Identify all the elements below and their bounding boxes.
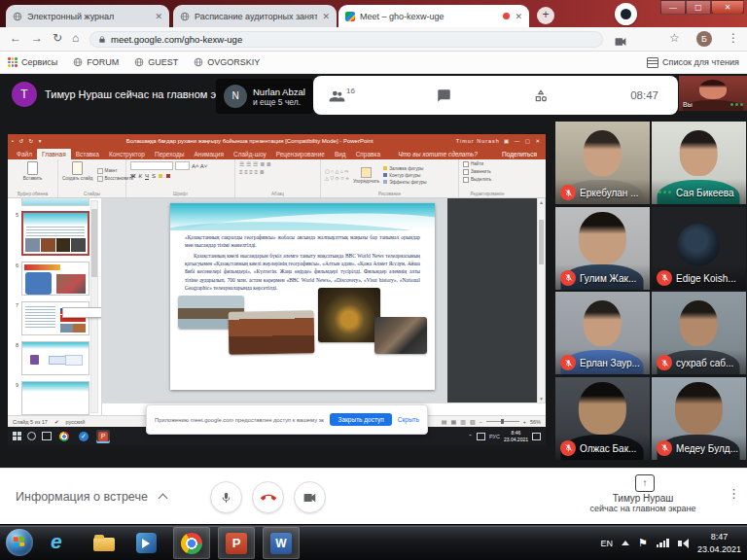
- home-icon[interactable]: ⌂: [72, 31, 79, 45]
- new-slide-icon: [72, 161, 83, 175]
- globe-icon: [73, 57, 83, 67]
- reading-list-label: Список для чтения: [662, 57, 739, 67]
- shared-tray-icon: [477, 433, 485, 440]
- hangup-icon: [261, 490, 276, 506]
- maximize-button[interactable]: ▢: [686, 0, 711, 15]
- new-slide-label: Создать слайд: [62, 176, 93, 181]
- tab-meet-active[interactable]: Meet – gho-kexw-uge ✕: [338, 5, 529, 27]
- shared-notification-icon: [532, 433, 541, 440]
- slide-thumbnail: [21, 262, 89, 296]
- bookmark-star-icon[interactable]: ☆: [669, 31, 680, 45]
- tab-close-icon[interactable]: ✕: [322, 12, 330, 21]
- bookmark-guest[interactable]: GUEST: [134, 57, 178, 67]
- participant-tile[interactable]: Медеу Булд...: [652, 377, 746, 460]
- participant-tile[interactable]: Ерлан Заур...: [555, 292, 650, 374]
- shared-screen-presentation: ▪ ↺ ↻ ▾ Болашаққа бағдар рухани жаңғыру …: [8, 134, 546, 445]
- slide-wave-decoration: [170, 203, 435, 230]
- media-player-icon[interactable]: [136, 533, 157, 553]
- speaking-indicator-icon: [658, 191, 671, 193]
- shared-language-label: РУС: [489, 434, 500, 439]
- participant-tile[interactable]: сухраб саб...: [652, 292, 746, 374]
- recorder-widget-icon[interactable]: [615, 3, 637, 25]
- ppt-group-slides: Создать слайд Макет Восстановить Слайды: [58, 159, 126, 197]
- view-slideshow-icon: ▧: [470, 418, 476, 425]
- mic-button[interactable]: [210, 481, 242, 513]
- slide-thumb-row: 8: [12, 341, 89, 375]
- volume-icon[interactable]: [678, 539, 689, 548]
- minimize-button[interactable]: —: [660, 0, 686, 15]
- ppt-tab-file: Файл: [12, 149, 37, 159]
- participant-tile[interactable]: Сая Бикеева: [652, 122, 746, 204]
- slide-number: 5: [12, 212, 18, 218]
- bookmark-ovgorskiy[interactable]: OVGORSKIY: [194, 57, 260, 67]
- activities-button[interactable]: [533, 88, 549, 103]
- tab-ejournal[interactable]: Электронный журнал ✕: [6, 5, 169, 27]
- meet-bottom-bar: Информация о встрече ↑ Тимур Нураш сейча…: [0, 468, 747, 524]
- self-view-tile[interactable]: Вы: [679, 76, 747, 111]
- camera-button[interactable]: [294, 481, 326, 513]
- url-text: meet.google.com/gho-kexw-uge: [111, 34, 242, 45]
- zoom-percent: 56%: [530, 419, 541, 425]
- bookmark-forum[interactable]: FORUM: [73, 57, 119, 67]
- more-options-icon[interactable]: ⋮: [728, 486, 740, 501]
- font-color-icon: [166, 174, 170, 178]
- file-explorer-icon[interactable]: [93, 538, 115, 551]
- slide-number: 6: [12, 262, 18, 268]
- font-name-box: [130, 161, 173, 170]
- shape-outline-label: Контур фигуры: [389, 173, 420, 178]
- tab-schedule[interactable]: Расписание аудиторных заняти ✕: [173, 5, 337, 27]
- tab-close-icon[interactable]: ✕: [155, 12, 162, 21]
- language-indicator[interactable]: EN: [601, 539, 614, 548]
- highlight-color-icon: [159, 174, 162, 178]
- new-tab-button[interactable]: +: [537, 7, 554, 24]
- mic-off-badge: [560, 270, 576, 286]
- participant-tile[interactable]: Олжас Бак...: [555, 377, 650, 460]
- action-center-flag-icon[interactable]: ⚑: [638, 537, 648, 549]
- taskbar-clock[interactable]: 8:47 23.04.2021: [697, 531, 741, 554]
- profile-avatar[interactable]: Б: [696, 31, 712, 47]
- browser-menu-icon[interactable]: ⋮: [728, 31, 739, 45]
- taskbar-chrome-button[interactable]: [173, 527, 210, 559]
- camera-in-use-icon[interactable]: [615, 33, 627, 51]
- close-button[interactable]: ✕: [711, 0, 744, 15]
- participant-video: [677, 224, 720, 266]
- bookmark-services[interactable]: Сервисы: [8, 57, 57, 67]
- participants-button[interactable]: 16: [329, 88, 355, 103]
- ppt-group-clipboard: Вставить Буфер обмена: [8, 159, 58, 197]
- slide-thumbnail: [21, 381, 89, 415]
- participant-name: сухраб саб...: [676, 358, 733, 368]
- network-icon[interactable]: [657, 539, 669, 547]
- meet-stage: T Тимур Нураш сейчас на главном экране N…: [0, 74, 747, 468]
- mic-off-badge: [560, 355, 576, 370]
- address-bar[interactable]: meet.google.com/gho-kexw-uge: [89, 31, 603, 48]
- taskbar-word-button[interactable]: W: [263, 527, 300, 559]
- chat-button[interactable]: [437, 88, 451, 103]
- forward-icon[interactable]: →: [31, 31, 43, 45]
- tab-close-icon[interactable]: ✕: [515, 12, 522, 21]
- participant-name: Edige Koish...: [676, 273, 736, 284]
- slide-paragraph: Қазақстанның киелі нысандарын бүкіл әлем…: [185, 252, 420, 292]
- spellcheck-icon: ✔: [54, 419, 59, 425]
- italic-button: К: [138, 173, 142, 179]
- shapes-gallery: ▢ ○ △ ⌂ ⇨ △ ▽ ◇ ☆ ⟡: [325, 161, 349, 189]
- taskbar-powerpoint-button[interactable]: P: [218, 527, 255, 559]
- internet-explorer-icon[interactable]: e: [51, 530, 62, 553]
- participant-tile[interactable]: Гулим Жак...: [555, 207, 650, 290]
- bookmark-label: OVGORSKIY: [207, 57, 260, 67]
- reload-icon[interactable]: ↻: [53, 31, 62, 45]
- system-tray: EN ⚑ 8:47 23.04.2021: [601, 525, 747, 560]
- back-icon[interactable]: ←: [10, 31, 21, 45]
- reading-list-button[interactable]: Список для чтения: [647, 57, 739, 68]
- slide-thumb-row: 6: [12, 262, 89, 296]
- participant-tile[interactable]: Еркебулан ...: [555, 122, 650, 204]
- participant-tile[interactable]: Edige Koish...: [652, 207, 746, 290]
- start-button[interactable]: [6, 529, 33, 556]
- participants-pill[interactable]: N Nurlan Abzal и еще 5 чел.: [216, 79, 313, 114]
- meeting-time: 08:47: [630, 89, 658, 101]
- leave-call-button[interactable]: [252, 481, 284, 513]
- windows-taskbar: e P W EN ⚑ 8:47 23.04.2021: [0, 524, 747, 560]
- hidden-icons-chevron[interactable]: [622, 537, 629, 545]
- meeting-info-button[interactable]: Информация о встрече: [16, 490, 166, 504]
- ppt-tab-insert: Вставка: [71, 149, 104, 159]
- replace-label: Заменить: [471, 169, 491, 174]
